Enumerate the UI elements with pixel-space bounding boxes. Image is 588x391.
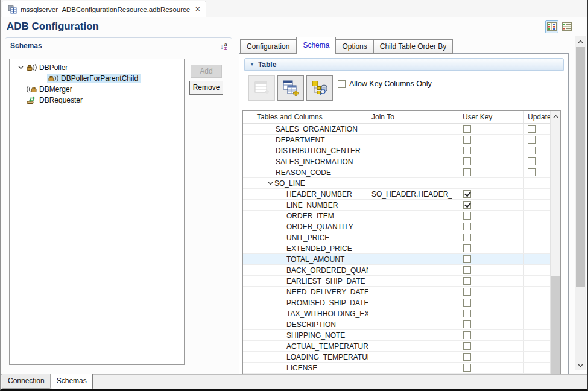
- table-row[interactable]: EXTENDED_PRICE: [243, 243, 551, 254]
- update-checkbox[interactable]: [528, 147, 536, 154]
- scroll-up-icon[interactable]: [551, 112, 561, 121]
- grid-column-header[interactable]: Tables and Columns: [243, 111, 368, 123]
- join-to-cell[interactable]: [368, 211, 452, 221]
- scroll-down-icon[interactable]: [575, 360, 586, 370]
- user-key-checkbox[interactable]: [463, 353, 471, 361]
- grid-scrollbar[interactable]: [550, 111, 560, 374]
- user-key-checkbox[interactable]: [463, 277, 471, 285]
- grid-column-header[interactable]: User Key: [452, 111, 524, 123]
- allow-key-columns-only-checkbox[interactable]: [338, 80, 346, 88]
- join-to-cell[interactable]: [368, 363, 452, 373]
- insert-table-button[interactable]: [248, 75, 275, 101]
- join-to-cell[interactable]: [368, 232, 452, 243]
- join-to-cell[interactable]: [368, 124, 452, 134]
- fetch-tables-button[interactable]: [306, 75, 333, 101]
- table-row[interactable]: SHIPPING_NOTE: [243, 330, 551, 341]
- table-row[interactable]: REASON_CODE: [243, 167, 551, 178]
- join-to-cell[interactable]: [368, 135, 452, 145]
- join-to-cell[interactable]: [368, 330, 452, 340]
- table-row[interactable]: BACK_ORDERED_QUANT: [243, 265, 551, 276]
- join-to-cell[interactable]: [368, 341, 452, 351]
- table-row[interactable]: EARLIEST_SHIP_DATE: [243, 276, 551, 287]
- panel-scrollbar[interactable]: [575, 36, 586, 370]
- join-to-cell[interactable]: [368, 178, 452, 188]
- join-to-cell[interactable]: [368, 352, 452, 362]
- tab-configuration[interactable]: Configuration: [240, 39, 296, 54]
- user-key-checkbox[interactable]: [463, 157, 471, 165]
- join-to-cell[interactable]: [368, 287, 452, 297]
- user-key-checkbox[interactable]: [463, 288, 471, 296]
- user-key-checkbox[interactable]: [463, 190, 471, 198]
- user-key-checkbox[interactable]: [463, 331, 471, 339]
- join-to-cell[interactable]: [368, 319, 452, 329]
- horizontal-layout-toggle-button[interactable]: [560, 20, 574, 33]
- table-row[interactable]: SALES_INFORMATION: [243, 156, 551, 167]
- join-to-cell[interactable]: [368, 254, 452, 264]
- user-key-checkbox[interactable]: [463, 168, 471, 176]
- user-key-checkbox[interactable]: [463, 320, 471, 328]
- table-row[interactable]: DESCRIPTION: [243, 319, 551, 330]
- table-section-header[interactable]: ▼ Table: [244, 58, 564, 71]
- user-key-checkbox[interactable]: [463, 147, 471, 154]
- grid-scrollbar-thumb[interactable]: [551, 276, 560, 375]
- panel-scrollbar-thumb[interactable]: [576, 47, 585, 287]
- join-to-cell[interactable]: [368, 156, 452, 167]
- tab-schema[interactable]: Schema: [296, 37, 336, 54]
- user-key-checkbox[interactable]: [463, 234, 471, 241]
- table-row[interactable]: DEPARTMENT: [243, 135, 551, 145]
- table-row[interactable]: TAX_WITHHOLDING_EX: [243, 308, 551, 319]
- join-to-cell[interactable]: [368, 243, 452, 253]
- join-to-cell[interactable]: [368, 297, 452, 308]
- chevron-down-icon[interactable]: [16, 66, 25, 69]
- tree-item[interactable]: DBPoller: [10, 62, 184, 73]
- scroll-up-icon[interactable]: [575, 36, 586, 46]
- user-key-checkbox[interactable]: [463, 266, 471, 274]
- table-row[interactable]: NEED_DELIVERY_DATE: [243, 287, 551, 297]
- user-key-checkbox[interactable]: [463, 255, 471, 263]
- editor-tab[interactable]: mssqlserver_ADBConfigurationResource.adb…: [2, 1, 206, 17]
- table-row[interactable]: ORDER_QUANTITY: [243, 221, 551, 232]
- user-key-checkbox[interactable]: [463, 125, 471, 133]
- join-to-cell[interactable]: [368, 145, 452, 156]
- update-checkbox[interactable]: [528, 157, 536, 165]
- user-key-checkbox[interactable]: [463, 136, 471, 144]
- close-icon[interactable]: ✕: [195, 5, 200, 13]
- grid-column-header[interactable]: Join To: [368, 111, 452, 123]
- table-row[interactable]: HEADER_NUMBERSO_HEADER.HEADER_NU...: [243, 189, 551, 200]
- user-key-checkbox[interactable]: [463, 223, 471, 230]
- tree-item[interactable]: DBPollerForParentChild: [10, 73, 184, 84]
- join-to-cell[interactable]: [368, 265, 452, 275]
- tab-options[interactable]: Options: [336, 39, 373, 54]
- join-to-cell[interactable]: [368, 308, 452, 319]
- table-row[interactable]: DISTRIBUTION_CENTER: [243, 145, 551, 156]
- user-key-checkbox[interactable]: [463, 201, 471, 209]
- table-row[interactable]: SALES_ORGANIZATION: [243, 124, 551, 135]
- grid-column-header[interactable]: Update: [524, 111, 551, 123]
- table-row[interactable]: LICENSE: [243, 363, 551, 374]
- join-to-cell[interactable]: SO_HEADER.HEADER_NU...: [368, 189, 452, 199]
- vertical-layout-toggle-button[interactable]: [545, 20, 558, 33]
- join-to-cell[interactable]: [368, 167, 452, 177]
- add-table-button[interactable]: [277, 75, 304, 101]
- user-key-checkbox[interactable]: [463, 342, 471, 350]
- add-button[interactable]: Add: [191, 65, 222, 78]
- tab-child-table-order-by[interactable]: Child Table Order By: [374, 39, 454, 54]
- join-to-cell[interactable]: [368, 221, 452, 232]
- table-row[interactable]: LINE_NUMBER: [243, 200, 551, 211]
- user-key-checkbox[interactable]: [463, 212, 471, 220]
- table-row[interactable]: UNIT_PRICE: [243, 232, 551, 243]
- page-tab-schemas[interactable]: Schemas: [51, 374, 93, 389]
- remove-button[interactable]: Remove: [189, 81, 223, 95]
- tree-item[interactable]: DBMerger: [10, 84, 184, 95]
- table-row[interactable]: PROMISED_SHIP_DATE: [243, 297, 551, 308]
- update-checkbox[interactable]: [528, 168, 536, 176]
- update-checkbox[interactable]: [528, 136, 536, 144]
- user-key-checkbox[interactable]: [463, 244, 471, 252]
- page-tab-connection[interactable]: Connection: [2, 374, 51, 389]
- table-row[interactable]: ORDER_ITEM: [243, 211, 551, 221]
- sort-alphabetically-icon[interactable]: ↓ a z: [218, 41, 230, 52]
- join-to-cell[interactable]: [368, 200, 452, 210]
- update-checkbox[interactable]: [528, 125, 536, 133]
- table-row[interactable]: ACTUAL_TEMPERATURE: [243, 341, 551, 352]
- tree-item[interactable]: DBRequester: [10, 95, 184, 106]
